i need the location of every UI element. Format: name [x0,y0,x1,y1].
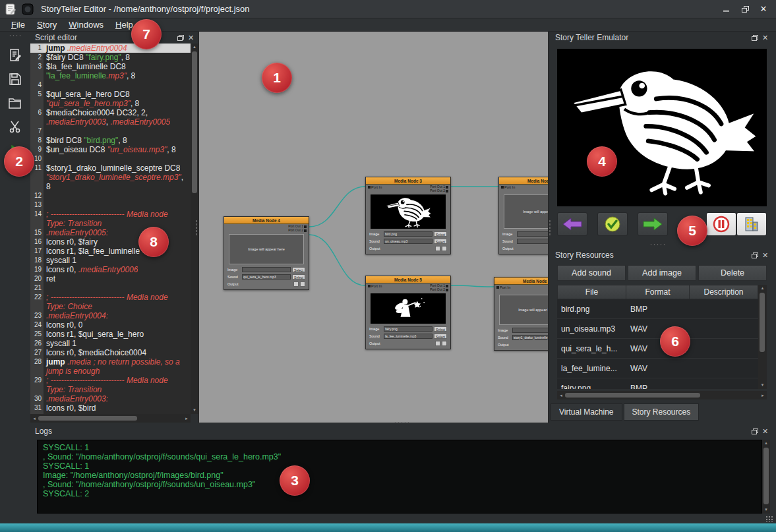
node-option-button[interactable] [435,341,440,346]
scrollbar-thumb[interactable] [565,393,700,398]
script-line[interactable]: 29; ---------------------------- Media n… [30,376,191,385]
float-icon[interactable] [750,251,759,260]
column-header-file[interactable]: File [557,285,626,299]
emulator-validate-button[interactable] [597,212,628,236]
script-line[interactable]: 27lcons r0, $mediaChoice0004 [30,348,191,357]
script-line[interactable]: 21 [30,283,191,293]
scroll-up-icon[interactable]: ▲ [191,44,198,51]
script-horizontal-scrollbar[interactable]: ◄ ► [30,414,191,423]
toolbar-drag-handle[interactable] [9,34,22,38]
script-line[interactable]: jump is enough [30,367,191,376]
add-image-button[interactable]: Add image [628,265,696,281]
script-line[interactable]: 2$fairy DC8 "fairy.png", 8 [30,53,191,62]
splitter-handle[interactable] [195,220,198,237]
add-sound-button[interactable]: Add sound [557,265,626,281]
scroll-right-icon[interactable]: ► [183,417,191,421]
menu-story[interactable]: Story [31,18,63,32]
emulator-forward-button[interactable] [638,212,668,236]
scroll-left-icon[interactable]: ◄ [557,394,565,398]
node-title[interactable]: Media Node 5 [366,276,450,283]
script-line[interactable]: 31lcons r0, $bird [30,403,191,413]
close-button[interactable]: ✕ [755,3,772,16]
scrollbar-thumb[interactable] [38,416,137,421]
menu-file[interactable]: File [5,18,31,32]
emulator-home-button[interactable] [736,212,767,236]
splitter-handle[interactable] [549,220,551,237]
minimize-button[interactable] [718,3,735,16]
node-option-button[interactable] [435,246,440,251]
select-button[interactable]: Select [434,326,447,332]
splitter-handle[interactable] [649,243,667,246]
script-line[interactable]: 22; ---------------------------- Media n… [30,293,191,302]
script-line[interactable]: 20ret [30,274,191,283]
node-option-button[interactable] [300,281,305,287]
select-button[interactable]: Select [292,267,305,272]
resources-vertical-scrollbar[interactable]: ▲ ▼ [758,285,767,389]
scroll-down-icon[interactable]: ▼ [762,506,770,514]
script-line[interactable]: 7 [30,127,191,136]
script-line[interactable]: 3$la_fee_luminelle DC8 [30,62,191,71]
select-button[interactable]: Select [434,334,447,339]
float-icon[interactable] [176,34,185,42]
emulator-pause-button[interactable] [706,212,736,236]
logs-vertical-scrollbar[interactable]: ▲ ▼ [762,440,770,514]
scroll-up-icon[interactable]: ▲ [758,285,767,292]
delete-button[interactable]: Delete [698,265,767,281]
script-line[interactable]: 26syscall 1 [30,339,191,348]
script-line[interactable]: 25lcons r1, $qui_sera_le_hero [30,330,191,339]
save-button[interactable] [5,70,25,88]
script-line[interactable]: "la_fee_luminelle.mp3", 8 [30,71,191,80]
graph-node[interactable]: Media Node 1Port InImage will appear her… [498,177,549,254]
resize-grip[interactable] [765,516,773,522]
script-line[interactable]: 19lcons r0, .mediaEntry0006 [30,265,191,274]
script-line[interactable]: 6$mediaChoice0004 DC32, 2, [30,108,191,117]
scroll-down-icon[interactable]: ▼ [758,382,767,389]
script-line[interactable]: 8$bird DC8 "bird.png", 8 [30,136,191,145]
scroll-down-icon[interactable]: ▼ [191,407,198,414]
script-line[interactable]: Type: Choice [30,302,191,311]
scrollbar-thumb[interactable] [760,293,765,352]
script-line[interactable]: 24lcons r0, 0 [30,320,191,330]
script-line[interactable]: 18syscall 1 [30,256,191,265]
script-line[interactable]: 13 [30,200,191,210]
script-line[interactable]: 23.mediaEntry0004: [30,311,191,320]
close-icon[interactable]: ✕ [761,251,769,260]
emulator-back-button[interactable] [557,212,587,236]
node-title[interactable]: Media Node 4 [224,217,309,224]
column-header-format[interactable]: Format [626,285,690,299]
node-option-button[interactable] [442,341,447,346]
table-row[interactable]: fairy.pngBMP [557,378,767,389]
close-icon[interactable]: ✕ [761,34,769,42]
tab-story-resources[interactable]: Story Resources [624,403,700,421]
node-option-button[interactable] [293,281,299,287]
node-title[interactable]: Media Node 6 [494,278,549,285]
select-button[interactable]: Select [434,231,447,237]
table-row[interactable]: bird.pngBMP [557,299,767,319]
node-option-button[interactable] [442,246,447,251]
script-line[interactable]: 8 [30,182,191,191]
new-script-button[interactable] [5,46,25,64]
script-line[interactable]: 9$un_oiseau DC8 "un_oiseau.mp3", 8 [30,145,191,154]
restore-button[interactable] [736,3,754,16]
script-line[interactable]: 12 [30,191,191,200]
graph-node[interactable]: Media Node 3Port InPort Out 1Port Out 2I… [365,177,451,254]
script-line[interactable]: 11$story1_drako_luminelle_sceptre DC8 [30,163,191,173]
table-row[interactable]: la_fee_lumine...WAV [557,359,767,378]
select-button[interactable]: Select [292,274,305,280]
node-title[interactable]: Media Node 1 [499,177,549,185]
scroll-right-icon[interactable]: ► [759,394,767,398]
graph-node[interactable]: Media Node 4Port Out 1Port Out 2Image wi… [224,216,309,290]
script-code[interactable]: 1jump .mediaEntry00042$fairy DC8 "fairy.… [30,44,191,414]
menu-windows[interactable]: Windows [63,18,109,32]
script-line[interactable]: 10 [30,154,191,163]
resources-horizontal-scrollbar[interactable]: ◄ ► [557,391,767,399]
scrollbar-thumb[interactable] [763,448,769,504]
script-line[interactable]: "story1_drako_luminelle_sceptre.mp3", [30,173,191,182]
cut-button[interactable] [5,117,25,135]
script-line[interactable]: 30.mediaEntry0003: [30,394,191,403]
script-line[interactable]: 4 [30,80,191,90]
column-header-description[interactable]: Description [690,285,758,299]
script-line[interactable]: 1jump .mediaEntry0004 [30,44,191,53]
close-icon[interactable]: ✕ [187,34,195,42]
splitter-handle[interactable] [394,421,411,424]
